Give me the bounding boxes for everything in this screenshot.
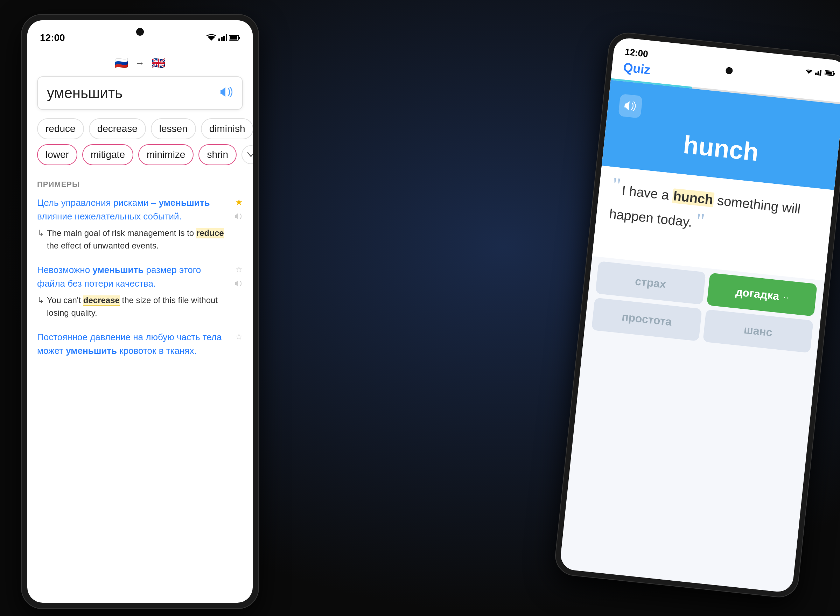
quiz-wifi-icon xyxy=(804,67,814,75)
chip-minimize[interactable]: minimize xyxy=(138,144,194,165)
svg-rect-13 xyxy=(825,71,832,75)
chip-mitigate[interactable]: mitigate xyxy=(82,144,133,165)
language-arrow: → xyxy=(135,58,145,69)
answer-prostota-label: простота xyxy=(621,311,672,328)
svg-rect-11 xyxy=(819,70,821,76)
chips-row-2: lower mitigate minimize shrin xyxy=(37,144,243,165)
signal-icon xyxy=(218,34,227,41)
phone1-status-bar: 12:00 xyxy=(27,20,253,48)
chip-diminish[interactable]: diminish xyxy=(201,118,253,139)
answer-strah-label: страх xyxy=(635,275,667,290)
speaker-icon-2[interactable] xyxy=(235,279,243,289)
star-icon-3[interactable]: ☆ xyxy=(235,332,243,342)
example-en-2: You can't decrease the size of this file… xyxy=(37,294,231,319)
phone1-screen: 12:00 xyxy=(27,20,253,603)
quiz-signal-icon xyxy=(815,69,823,76)
chip-reduce[interactable]: reduce xyxy=(37,118,84,139)
quiz-sentence-highlight: hunch xyxy=(672,188,715,207)
en-highlight-1: reduce xyxy=(196,228,224,238)
svg-rect-4 xyxy=(226,34,227,41)
svg-rect-3 xyxy=(223,36,225,41)
example-icons-3: ☆ xyxy=(235,330,243,342)
examples-label: ПРИМЕРЫ xyxy=(37,180,243,189)
quiz-status-icons xyxy=(804,67,836,77)
example-ru-2: Невозможно уменьшить размер этого файла … xyxy=(37,263,231,290)
svg-rect-6 xyxy=(230,36,237,40)
example-en-1: The main goal of risk management is to r… xyxy=(37,227,231,252)
svg-rect-7 xyxy=(239,37,240,39)
answer-prostota[interactable]: простота xyxy=(591,298,702,341)
example-icons-1: ★ xyxy=(235,196,243,222)
input-word: уменьшить xyxy=(47,85,123,101)
chip-shrin[interactable]: shrin xyxy=(198,144,237,165)
ru-highlight-1: уменьшить xyxy=(159,197,210,208)
phone1-camera xyxy=(136,28,144,36)
ru-highlight-3: уменьшить xyxy=(66,345,117,356)
wifi-icon xyxy=(207,34,216,41)
example-item-1: Цель управления рисками – уменьшить влия… xyxy=(37,196,243,252)
quiz-time: 12:00 xyxy=(625,46,649,60)
example-content-3: Постоянное давление на любую часть тела … xyxy=(37,330,231,361)
svg-rect-1 xyxy=(218,38,220,41)
example-ru-1: Цель управления рисками – уменьшить влия… xyxy=(37,196,231,223)
chip-lessen[interactable]: lessen xyxy=(151,118,196,139)
example-item-3: Постоянное давление на любую часть тела … xyxy=(37,330,243,361)
battery-icon xyxy=(229,35,240,41)
chips-row-1: reduce decrease lessen diminish xyxy=(37,118,243,139)
example-ru-3: Постоянное давление на любую часть тела … xyxy=(37,330,231,358)
example-content-1: Цель управления рисками – уменьшить влия… xyxy=(37,196,231,252)
quiz-battery-icon xyxy=(825,70,836,76)
phone1-status-icons xyxy=(207,34,240,41)
ru-highlight-2: уменьшить xyxy=(92,265,144,275)
answer-dogadka-dots: · · xyxy=(783,294,789,301)
translation-chips: reduce decrease lessen diminish lower mi… xyxy=(27,118,253,165)
svg-rect-9 xyxy=(815,72,817,75)
chip-lower[interactable]: lower xyxy=(37,144,77,165)
examples-section: ПРИМЕРЫ Цель управления рисками – уменьш… xyxy=(27,170,253,361)
phone1: 12:00 xyxy=(21,14,259,609)
quote-close: " xyxy=(695,208,706,232)
svg-rect-10 xyxy=(817,71,819,75)
phone1-time: 12:00 xyxy=(40,32,65,43)
star-icon-2[interactable]: ☆ xyxy=(235,265,243,274)
chip-decrease[interactable]: decrease xyxy=(89,118,146,139)
flag-russian[interactable]: 🇷🇺 xyxy=(114,55,129,71)
word-input-box[interactable]: уменьшить xyxy=(37,76,243,110)
speaker-icon-1[interactable] xyxy=(235,212,243,222)
star-icon-1[interactable]: ★ xyxy=(235,197,243,207)
word-speaker-icon[interactable] xyxy=(220,87,233,100)
answer-shans[interactable]: шанс xyxy=(703,309,814,353)
example-icons-2: ☆ xyxy=(235,263,243,289)
quiz-speaker-button[interactable] xyxy=(618,94,643,118)
example-item-2: Невозможно уменьшить размер этого файла … xyxy=(37,263,243,319)
example-content-2: Невозможно уменьшить размер этого файла … xyxy=(37,263,231,319)
phone2-screen: 12:00 xyxy=(559,37,840,593)
quiz-word: hunch xyxy=(682,130,760,167)
quiz-title: Quiz xyxy=(623,60,651,77)
answer-strah[interactable]: страх xyxy=(595,261,706,305)
en-highlight-2: decrease xyxy=(83,295,120,305)
language-selector[interactable]: 🇷🇺 → 🇬🇧 xyxy=(27,48,253,76)
flag-english[interactable]: 🇬🇧 xyxy=(151,55,166,71)
svg-marker-0 xyxy=(208,37,215,41)
answer-dogadka-label: догадка xyxy=(735,285,780,302)
quote-open: " xyxy=(611,173,622,197)
answer-dogadka[interactable]: догадка · · xyxy=(707,273,817,317)
chips-expand-button[interactable] xyxy=(242,145,253,164)
quiz-sentence-text: I have a hunch something will happen tod… xyxy=(608,183,802,230)
svg-rect-14 xyxy=(834,72,835,75)
svg-rect-2 xyxy=(221,37,223,41)
answer-shans-label: шанс xyxy=(743,323,773,339)
